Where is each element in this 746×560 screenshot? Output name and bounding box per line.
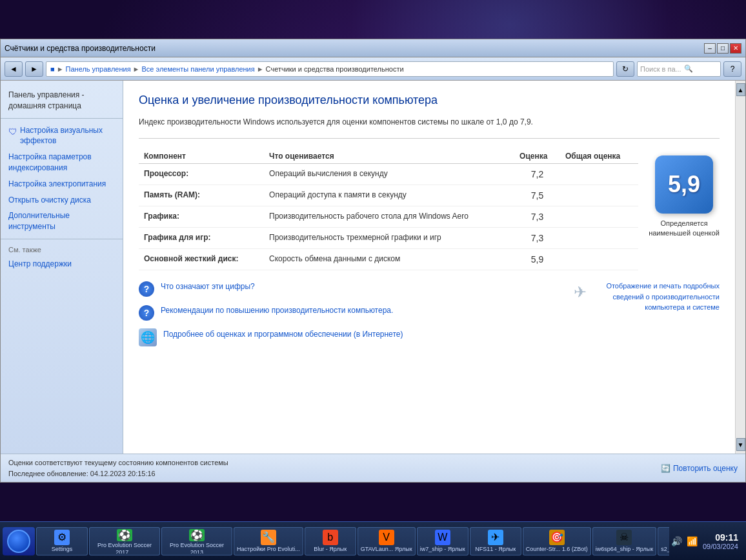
scroll-down-arrow[interactable]: ▼ <box>736 438 745 451</box>
back-button[interactable]: ◄ <box>5 61 23 77</box>
taskbar-item-label: Blur - Ярлык <box>314 546 347 553</box>
taskbar-item[interactable]: V GTAVLaun... Ярлык <box>358 527 416 555</box>
taskbar-item-icon: ⚽ <box>189 529 205 541</box>
total-score-cell <box>560 228 638 249</box>
taskbar-item[interactable]: 🎯 Counter-Str... 1.6 (ZBot) <box>523 527 591 555</box>
col-header-score: Оценка <box>514 149 560 164</box>
taskbar-item[interactable]: ☠ iw6sp64_ship - Ярлык <box>592 527 656 555</box>
table-row: Память (RAM): Операций доступа к памяти … <box>139 185 638 206</box>
col-header-total: Общая оценка <box>560 149 638 164</box>
score-cell: 7,5 <box>514 185 560 206</box>
breadcrumb-home[interactable]: ■ <box>50 65 55 73</box>
col-header-component: Компонент <box>139 149 264 164</box>
sidebar-label-tools: Дополнительные инструменты <box>8 211 70 231</box>
forward-button[interactable]: ► <box>25 61 43 77</box>
start-button[interactable] <box>3 527 35 555</box>
component-cell: Графика: <box>139 206 264 228</box>
table-row: Основной жесткий диск: Скорость обмена д… <box>139 249 638 270</box>
link-row-recommendations: ? Рекомендации по повышению производител… <box>139 305 403 321</box>
score-badge-container: 5,9 Определяется наименьшей оценкой <box>649 155 720 239</box>
taskbar-item-label: iw7_ship - Ярлык <box>420 546 465 553</box>
clock-date: 09/03/2024 <box>703 543 738 550</box>
link-what-means[interactable]: Что означают эти цифры? <box>161 281 255 292</box>
taskbar-item[interactable]: W iw7_ship - Ярлык <box>417 527 469 555</box>
taskbar-item-label: Settings <box>52 546 73 553</box>
scrollbar[interactable]: ▲ ▼ <box>735 81 745 454</box>
status-text: Оценки соответствуют текущему состоянию … <box>8 457 228 479</box>
question-icon-1: ? <box>139 281 154 297</box>
maximize-button[interactable]: □ <box>717 43 729 54</box>
table-row: Графика: Производительность рабочего сто… <box>139 206 638 228</box>
refresh-button[interactable]: ↻ <box>616 61 634 77</box>
sidebar-support-center[interactable]: Центр поддержки <box>1 256 123 272</box>
close-button[interactable]: ✕ <box>730 43 741 54</box>
search-icon: 🔍 <box>684 65 693 73</box>
sidebar-item-tools[interactable]: Дополнительные инструменты <box>1 208 123 235</box>
breadcrumb-bar: ■ ► Панель управления ► Все элементы пан… <box>46 61 614 77</box>
links-section: ? Что означают эти цифры? ? Рекомендации… <box>139 281 720 346</box>
taskbar-items: ⚙ Settings ⚽ Pro Evolution Soccer 2017..… <box>36 527 669 555</box>
component-cell: Процессор: <box>139 164 264 185</box>
taskbar-item-label: s2_sp64_ship - Ярлык <box>661 546 669 553</box>
search-box[interactable]: Поиск в па... 🔍 <box>637 61 721 77</box>
scroll-up-arrow[interactable]: ▲ <box>736 83 745 96</box>
link-print-details[interactable]: ✈ Отображение и печать подробных сведени… <box>574 281 720 313</box>
link-recommendations[interactable]: Рекомендации по повышению производительн… <box>161 305 393 316</box>
status-line-1: Оценки соответствуют текущему состоянию … <box>8 457 228 468</box>
sidebar-item-visual-effects[interactable]: 🛡 Настройка визуальных эффектов <box>1 123 123 150</box>
status-line-2: Последнее обновление: 04.12.2023 20:15:1… <box>8 468 228 479</box>
taskbar-item[interactable]: b Blur - Ярлык <box>305 527 356 555</box>
component-cell: Память (RAM): <box>139 185 264 206</box>
link-row-more-info: 🌐 Подробнее об оценках и программном обе… <box>139 328 403 346</box>
taskbar-item[interactable]: ⚽ Pro Evolution Soccer 2013 <box>161 527 232 555</box>
score-badge: 5,9 <box>655 155 713 214</box>
breadcrumb-control-panel[interactable]: Панель управления <box>66 65 131 73</box>
taskbar-item[interactable]: ★ s2_sp64_ship - Ярлык <box>658 527 669 555</box>
taskbar-item[interactable]: ⚽ Pro Evolution Soccer 2017... <box>89 527 160 555</box>
taskbar-item[interactable]: ⚙ Settings <box>36 527 88 555</box>
taskbar-item-label: GTAVLaun... Ярлык <box>361 546 412 553</box>
clock-time: 09:11 <box>703 532 738 543</box>
address-bar: ◄ ► ■ ► Панель управления ► Все элементы… <box>1 57 745 81</box>
total-score-cell <box>560 249 638 270</box>
help-button[interactable]: ? <box>723 61 741 77</box>
link-more-info[interactable]: Подробнее об оценках и программном обесп… <box>163 328 403 340</box>
description-cell: Производительность рабочего стола для Wi… <box>264 206 514 228</box>
taskbar-item[interactable]: ✈ NFS11 - Ярлык <box>470 527 521 555</box>
taskbar-item-label: Counter-Str... 1.6 (ZBot) <box>526 546 588 553</box>
description-cell: Операций доступа к памяти в секунду <box>264 185 514 206</box>
link-row-what-means: ? Что означают эти цифры? <box>139 281 403 297</box>
description-cell: Производительность трехмерной графики и … <box>264 228 514 249</box>
sidebar-item-indexing[interactable]: Настройка параметров индексирования <box>1 149 123 176</box>
score-cell: 5,9 <box>514 249 560 270</box>
sidebar-item-disk-cleanup[interactable]: Открыть очистку диска <box>1 192 123 208</box>
re-run-icon: 🔄 <box>661 464 670 473</box>
taskbar-item[interactable]: 🔧 Настройки Pro Evoluti... <box>234 527 303 555</box>
content-area: Панель управления - домашняя страница 🛡 … <box>1 81 745 454</box>
sidebar-support-label: Центр поддержки <box>8 259 72 268</box>
taskbar-item-icon: ⚙ <box>54 530 70 545</box>
taskbar-item-icon: b <box>323 530 338 545</box>
breadcrumb-all-items[interactable]: Все элементы панели управления <box>142 65 255 73</box>
total-score-cell <box>560 206 638 228</box>
breadcrumb-current: Счетчики и средства производительности <box>266 65 404 73</box>
minimize-button[interactable]: – <box>704 43 716 54</box>
sidebar-item-power[interactable]: Настройка электропитания <box>1 176 123 192</box>
network-icon[interactable]: 📶 <box>686 535 699 548</box>
title-bar-controls: – □ ✕ <box>704 43 741 54</box>
total-score-cell <box>560 185 638 206</box>
score-cell: 7,2 <box>514 164 560 185</box>
sidebar-home-link[interactable]: Панель управления - домашняя страница <box>1 87 123 114</box>
page-description: Индекс производительности Windows исполь… <box>139 116 720 128</box>
sidebar: Панель управления - домашняя страница 🛡 … <box>1 81 123 454</box>
taskbar-item-icon: ⚽ <box>117 529 132 541</box>
title-bar: Счётчики и средства производительности –… <box>1 39 745 57</box>
window-title: Счётчики и средства производительности <box>5 44 156 53</box>
section-divider <box>139 138 720 139</box>
taskbar-item-icon: 🎯 <box>549 530 565 545</box>
col-header-evaluated: Что оценивается <box>264 149 514 164</box>
taskbar-item-label: Настройки Pro Evoluti... <box>237 546 300 553</box>
re-run-button[interactable]: 🔄 Повторить оценку <box>661 464 738 473</box>
volume-icon[interactable]: 🔊 <box>670 535 683 548</box>
taskbar-item-icon: ✈ <box>488 530 503 545</box>
